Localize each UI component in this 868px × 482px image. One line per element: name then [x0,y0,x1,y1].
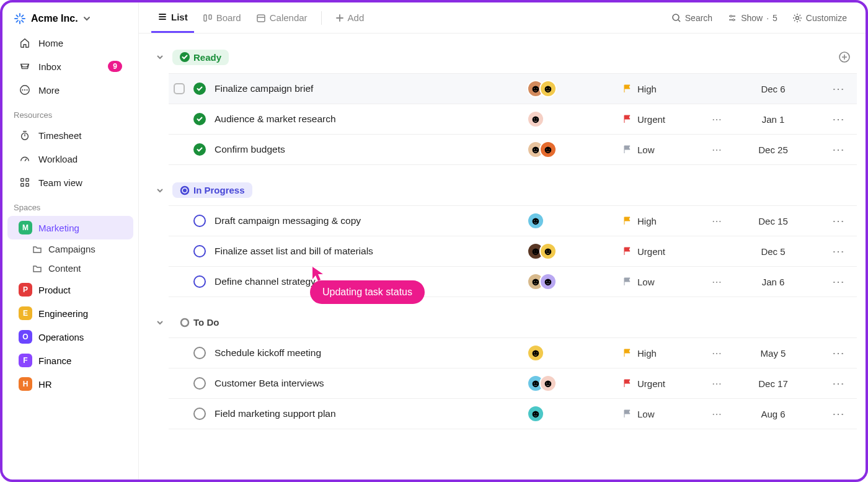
row-more-button[interactable]: ⋯ [826,112,852,127]
row-more-button[interactable]: ⋯ [826,213,852,228]
due-date[interactable]: Aug 6 [745,409,801,419]
status-pill[interactable]: In Progress [172,182,252,198]
subtask-indicator[interactable]: ⋯ [712,144,737,156]
task-checkbox[interactable] [174,83,185,94]
status-circle-icon[interactable] [193,377,206,390]
subtask-indicator[interactable]: ⋯ [712,408,737,420]
avatar[interactable]: ☻ [539,80,557,97]
status-circle-icon[interactable] [193,408,206,420]
avatar[interactable]: ☻ [527,405,544,422]
due-date[interactable]: Dec 15 [745,216,801,226]
space-item-finance[interactable]: FFinance [7,349,133,372]
task-row[interactable]: Audience & market research ☻ Urgent ⋯ Ja… [169,104,857,135]
subtask-indicator[interactable]: ⋯ [712,114,737,125]
show-fields-button[interactable]: Show · 5 [721,9,784,27]
nav-more[interactable]: More [7,78,133,102]
due-date[interactable]: Dec 17 [745,378,801,389]
space-item-hr[interactable]: HHR [7,372,133,396]
task-row[interactable]: Draft campaign messaging & copy ☻ High ⋯… [169,206,857,236]
view-tab-list[interactable]: List [151,3,194,33]
avatar[interactable]: ☻ [527,110,544,128]
avatar[interactable]: ☻ [539,243,557,260]
space-name: Finance [38,355,71,366]
space-item-product[interactable]: PProduct [7,278,133,301]
row-more-button[interactable]: ⋯ [826,244,852,259]
workspace-switcher[interactable]: Acme Inc. [2,6,138,31]
due-date[interactable]: May 5 [745,348,801,359]
status-circle-icon[interactable] [193,347,206,359]
svg-rect-16 [21,179,24,182]
view-tab-board[interactable]: Board [197,4,247,32]
group-collapse-toggle[interactable] [154,51,166,63]
status-circle-icon[interactable] [193,215,206,227]
task-row[interactable]: Finalize asset list and bill of material… [169,236,857,267]
avatar[interactable]: ☻ [527,344,544,362]
task-row[interactable]: Customer Beta interviews ☻☻ Urgent ⋯ Dec… [169,368,857,399]
priority-cell[interactable]: Low [622,277,703,287]
nav-timesheet[interactable]: Timesheet [7,123,133,147]
row-more-button[interactable]: ⋯ [826,81,852,96]
due-date[interactable]: Dec 5 [745,246,801,257]
group-collapse-toggle[interactable] [154,316,166,329]
priority-cell[interactable]: High [622,216,703,226]
status-circle-icon[interactable] [193,275,206,288]
space-child[interactable]: Content [2,259,138,278]
nav-inbox[interactable]: Inbox 9 [7,55,133,78]
task-row[interactable]: Field marketing support plan ☻ Low ⋯ Aug… [169,399,857,429]
view-tab-calendar[interactable]: Calendar [250,4,314,32]
status-circle-icon[interactable] [193,245,206,257]
status-pill[interactable]: To Do [172,315,226,330]
row-more-button[interactable]: ⋯ [826,274,852,289]
due-date[interactable]: Dec 6 [745,84,801,94]
add-view-button[interactable]: Add [329,4,371,32]
status-circle-icon[interactable] [193,113,206,125]
avatar[interactable]: ☻ [539,273,557,290]
group-collapse-toggle[interactable] [154,184,166,197]
priority-cell[interactable]: Low [622,409,703,419]
priority-cell[interactable]: High [622,348,703,359]
space-item-operations[interactable]: OOperations [7,325,133,349]
subtask-indicator[interactable]: ⋯ [712,378,737,390]
status-circle-icon[interactable] [193,83,206,95]
row-more-button[interactable]: ⋯ [826,406,852,421]
row-more-button[interactable]: ⋯ [826,376,852,391]
status-circle-icon[interactable] [193,143,206,156]
due-date[interactable]: Dec 25 [745,145,801,155]
subtask-indicator[interactable]: ⋯ [712,215,737,227]
avatar[interactable]: ☻ [527,212,544,230]
search-button[interactable]: Search [665,9,719,27]
priority-cell[interactable]: Urgent [622,246,703,257]
task-row[interactable]: Schedule kickoff meeting ☻ High ⋯ May 5 … [169,338,857,368]
svg-rect-18 [21,184,24,187]
subtask-indicator[interactable]: ⋯ [712,276,737,288]
avatar[interactable]: ☻ [539,375,557,392]
due-date[interactable]: Jan 6 [745,277,801,287]
priority-cell[interactable]: High [622,84,703,94]
subtask-indicator[interactable]: ⋯ [712,347,737,359]
space-item-engineering[interactable]: EEngineering [7,301,133,325]
customize-button[interactable]: Customize [786,9,853,27]
avatar[interactable]: ☻ [539,141,557,158]
nav-workload[interactable]: Workload [7,147,133,171]
due-date[interactable]: Jan 1 [745,114,801,125]
task-row[interactable]: Finalize campaign brief ☻☻ High Dec 6 ⋯ [169,74,857,104]
space-child[interactable]: Campaigns [2,239,138,259]
tool-sep: · [766,13,769,23]
nav-teamview[interactable]: Team view [7,171,133,194]
space-item-marketing[interactable]: MMarketing [7,216,133,239]
row-more-button[interactable]: ⋯ [826,346,852,360]
assignees: ☻ [527,110,614,128]
add-task-button[interactable] [832,48,857,66]
priority-cell[interactable]: Urgent [622,114,703,125]
row-more-button[interactable]: ⋯ [826,142,852,157]
priority-cell[interactable]: Low [622,145,703,155]
assignees: ☻☻ [527,141,614,158]
priority-cell[interactable]: Urgent [622,378,703,389]
status-pill[interactable]: Ready [172,50,229,65]
task-row[interactable]: Define channel strategy ☻☻ Low ⋯ Jan 6 ⋯ [169,267,857,297]
nav-home[interactable]: Home [7,31,133,55]
task-row[interactable]: Confirm budgets ☻☻ Low ⋯ Dec 25 ⋯ [169,135,857,165]
svg-line-25 [678,20,680,22]
tooltip-text: Updating task status [322,287,412,297]
group-header: To Do [148,311,857,334]
